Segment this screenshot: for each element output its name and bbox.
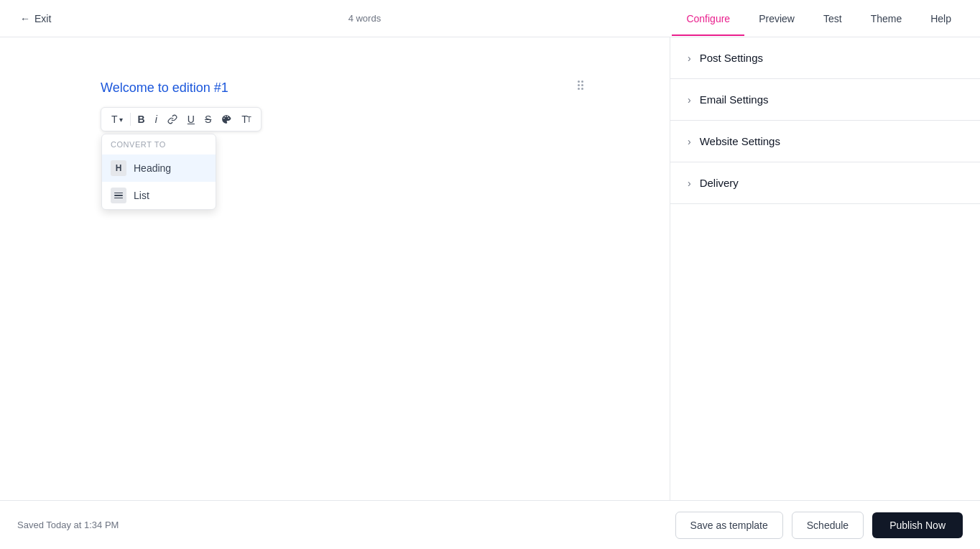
tab-preview[interactable]: Preview (744, 3, 809, 36)
website-settings-section: › Website Settings (670, 121, 980, 162)
post-settings-header[interactable]: › Post Settings (670, 37, 980, 78)
tab-help[interactable]: Help (916, 3, 966, 36)
schedule-button[interactable]: Schedule (792, 512, 864, 539)
tab-test[interactable]: Test (809, 3, 856, 36)
top-nav: ← Exit 4 words Configure Preview Test Th… (0, 0, 980, 37)
email-settings-title: Email Settings (700, 93, 769, 106)
heading-label: Heading (134, 162, 171, 174)
bottom-bar: Saved Today at 1:34 PM Save as template … (0, 500, 980, 549)
convert-to-label: CONVERT TO (102, 134, 216, 154)
bold-button[interactable]: B (134, 111, 149, 128)
text-type-label: T (111, 114, 118, 125)
delivery-title: Delivery (700, 177, 739, 189)
editor-area: Welcome to edition #1 T ▾ B i U S (0, 37, 670, 500)
italic-button[interactable]: i (151, 111, 162, 128)
website-settings-header[interactable]: › Website Settings (670, 121, 980, 162)
tab-configure[interactable]: Configure (672, 3, 744, 36)
delivery-section: › Delivery (670, 162, 980, 204)
email-settings-section: › Email Settings (670, 79, 980, 121)
nav-tabs: Configure Preview Test Theme Help (672, 2, 966, 35)
strikethrough-button[interactable]: S (200, 111, 216, 128)
post-settings-section: › Post Settings (670, 37, 980, 79)
heading-icon: H (111, 160, 126, 176)
save-status: Saved Today at 1:34 PM (17, 520, 119, 530)
exit-label: Exit (34, 13, 51, 24)
word-count: 4 words (348, 13, 382, 24)
text-type-button[interactable]: T ▾ (107, 111, 127, 128)
font-size-button[interactable]: TT (237, 111, 255, 128)
link-button[interactable] (163, 111, 182, 127)
convert-to-heading[interactable]: H Heading (102, 154, 216, 182)
drag-handle[interactable] (578, 80, 583, 90)
delivery-chevron: › (688, 177, 691, 189)
bottom-actions: Save as template Schedule Publish Now (675, 512, 963, 539)
publish-now-button[interactable]: Publish Now (872, 512, 963, 538)
link-icon (167, 114, 177, 124)
website-settings-chevron: › (688, 136, 691, 147)
save-template-button[interactable]: Save as template (675, 512, 783, 539)
right-panel: › Post Settings › Email Settings › Websi… (670, 37, 980, 500)
color-palette-icon (221, 114, 231, 124)
email-settings-chevron: › (688, 94, 691, 106)
tab-theme[interactable]: Theme (856, 3, 917, 36)
chevron-down-icon: ▾ (119, 116, 123, 124)
color-button[interactable] (217, 111, 236, 127)
email-settings-header[interactable]: › Email Settings (670, 79, 980, 120)
list-label: List (134, 190, 149, 201)
exit-button[interactable]: ← Exit (14, 10, 57, 27)
post-settings-chevron: › (688, 52, 691, 64)
editor-content: Welcome to edition #1 T ▾ B i U S (0, 37, 670, 189)
toolbar-divider-1 (130, 113, 131, 126)
main-layout: Welcome to edition #1 T ▾ B i U S (0, 37, 980, 500)
underline-button[interactable]: U (183, 111, 199, 128)
arrow-left-icon: ← (20, 13, 30, 24)
formatting-toolbar: T ▾ B i U S (101, 107, 262, 132)
post-settings-title: Post Settings (700, 52, 763, 64)
editor-title[interactable]: Welcome to edition #1 (101, 80, 569, 96)
convert-to-list[interactable]: List (102, 182, 216, 209)
delivery-header[interactable]: › Delivery (670, 162, 980, 203)
website-settings-title: Website Settings (700, 135, 780, 147)
list-icon (111, 188, 126, 203)
convert-to-dropdown: CONVERT TO H Heading List (101, 134, 216, 210)
